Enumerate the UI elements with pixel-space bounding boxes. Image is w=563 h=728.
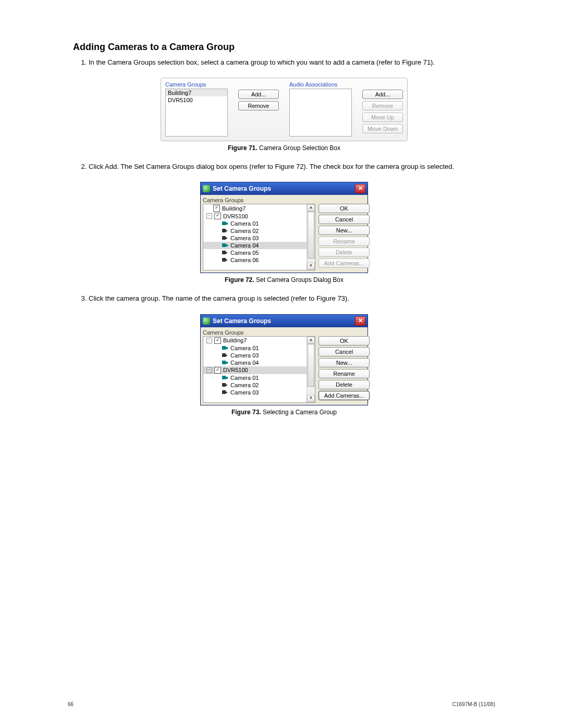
new-button[interactable]: New...	[319, 226, 370, 235]
camera-groups-listbox[interactable]: Building7 DVR5100	[165, 89, 228, 137]
scrollbar[interactable]: ▲ ▼	[307, 204, 315, 270]
section-heading: Adding Cameras to a Camera Group	[73, 42, 495, 53]
tree-node[interactable]: Camera 03	[203, 389, 315, 396]
delete-button[interactable]: Delete	[319, 380, 370, 389]
new-button[interactable]: New...	[319, 358, 370, 367]
scroll-thumb[interactable]	[308, 344, 314, 387]
list-item[interactable]: Building7	[166, 89, 227, 96]
remove-button[interactable]: Remove	[238, 101, 279, 110]
tree-node[interactable]: Camera 03	[203, 235, 315, 242]
collapse-icon[interactable]: −	[206, 338, 212, 343]
tree-node[interactable]: − ✓ DVR5100	[203, 212, 315, 220]
audio-associations-listbox[interactable]	[289, 89, 352, 137]
app-icon	[203, 185, 210, 192]
delete-button: Delete	[319, 248, 370, 257]
scroll-up-icon[interactable]: ▲	[307, 337, 315, 344]
camera-icon	[222, 258, 228, 262]
tree-node[interactable]: Camera 02	[203, 227, 315, 235]
move-down-button: Move Down	[362, 124, 403, 133]
add-button[interactable]: Add...	[238, 90, 279, 99]
add-cameras-button: Add Cameras...	[319, 258, 370, 268]
tree-node[interactable]: Camera 04	[203, 359, 315, 366]
tree-node[interactable]: Camera 01	[203, 344, 315, 352]
checkbox-icon[interactable]: ✓	[214, 337, 221, 344]
camera-icon	[222, 243, 228, 248]
scroll-down-icon[interactable]: ▼	[307, 395, 315, 402]
collapse-icon[interactable]: −	[206, 367, 212, 373]
scroll-down-icon[interactable]: ▼	[307, 263, 315, 270]
collapse-icon[interactable]: −	[206, 213, 212, 219]
checkbox-icon[interactable]: ✓	[214, 213, 221, 219]
ok-button[interactable]: OK	[319, 204, 370, 213]
add-button[interactable]: Add...	[362, 90, 403, 99]
remove-button: Remove	[362, 101, 403, 110]
page-number: 66	[68, 701, 74, 707]
step-3: Click the camera group. The name of the …	[89, 294, 495, 303]
scroll-thumb[interactable]	[308, 212, 314, 258]
figure-caption: Figure 72. Set Camera Groups Dialog Box	[73, 276, 495, 283]
set-camera-groups-dialog: Set Camera Groups ✕ Camera Groups − ✓ Bu…	[200, 314, 368, 405]
camera-groups-tree[interactable]: ✓ Building7 − ✓ DVR5100 Camera 01 Camera…	[203, 204, 315, 270]
cancel-button[interactable]: Cancel	[319, 347, 370, 356]
dialog-titlebar[interactable]: Set Camera Groups ✕	[201, 182, 368, 195]
camera-groups-panel: Camera Groups Building7 DVR5100 Add... R…	[161, 78, 408, 141]
tree-node[interactable]: Camera 06	[203, 256, 315, 264]
camera-groups-label: Camera Groups	[165, 81, 228, 88]
camera-icon	[222, 376, 228, 380]
tree-label: Camera Groups	[203, 197, 315, 203]
document-id: C1697M-B (11/08)	[452, 701, 495, 707]
tree-node[interactable]: − ✓ Building7	[203, 337, 315, 344]
ok-button[interactable]: OK	[319, 336, 370, 346]
camera-icon	[222, 390, 228, 394]
tree-node[interactable]: − ✓ DVR5100	[203, 366, 315, 374]
tree-node[interactable]: Camera 05	[203, 249, 315, 256]
move-up-button: Move Up	[362, 113, 403, 122]
step-1: In the Camera Groups selection box, sele…	[89, 58, 495, 67]
tree-node[interactable]: Camera 01	[203, 374, 315, 381]
camera-icon	[222, 236, 228, 240]
step-2: Click Add. The Set Camera Groups dialog …	[89, 162, 495, 171]
checkbox-icon[interactable]: ✓	[213, 205, 220, 212]
list-item[interactable]: DVR5100	[166, 96, 227, 104]
tree-node[interactable]: Camera 01	[203, 220, 315, 227]
rename-button: Rename	[319, 237, 370, 246]
camera-icon	[222, 361, 228, 365]
close-icon[interactable]: ✕	[355, 316, 365, 326]
set-camera-groups-dialog: Set Camera Groups ✕ Camera Groups ✓ Buil…	[200, 182, 368, 273]
add-cameras-button[interactable]: Add Cameras...	[319, 391, 370, 400]
tree-node[interactable]: Camera 04	[203, 242, 315, 249]
camera-groups-tree[interactable]: − ✓ Building7 Camera 01 Camera 03 Camera…	[203, 336, 315, 403]
tree-node[interactable]: ✓ Building7	[203, 204, 315, 212]
figure-caption: Figure 73. Selecting a Camera Group	[73, 409, 495, 416]
audio-associations-label: Audio Associations	[289, 81, 352, 88]
tree-node[interactable]: Camera 03	[203, 352, 315, 359]
figure-caption: Figure 71. Camera Group Selection Box	[73, 144, 495, 152]
app-icon	[203, 317, 210, 325]
scrollbar[interactable]: ▲ ▼	[307, 337, 315, 402]
rename-button[interactable]: Rename	[319, 369, 370, 378]
dialog-titlebar[interactable]: Set Camera Groups ✕	[201, 315, 368, 327]
checkbox-icon[interactable]: ✓	[214, 367, 221, 374]
camera-icon	[222, 346, 228, 350]
camera-icon	[222, 229, 228, 233]
camera-icon	[222, 221, 228, 226]
tree-node[interactable]: Camera 02	[203, 381, 315, 389]
cancel-button[interactable]: Cancel	[319, 215, 370, 224]
close-icon[interactable]: ✕	[355, 184, 365, 193]
scroll-up-icon[interactable]: ▲	[307, 204, 315, 212]
camera-icon	[222, 251, 228, 255]
camera-icon	[222, 383, 228, 387]
camera-icon	[222, 353, 228, 357]
tree-label: Camera Groups	[203, 329, 315, 336]
